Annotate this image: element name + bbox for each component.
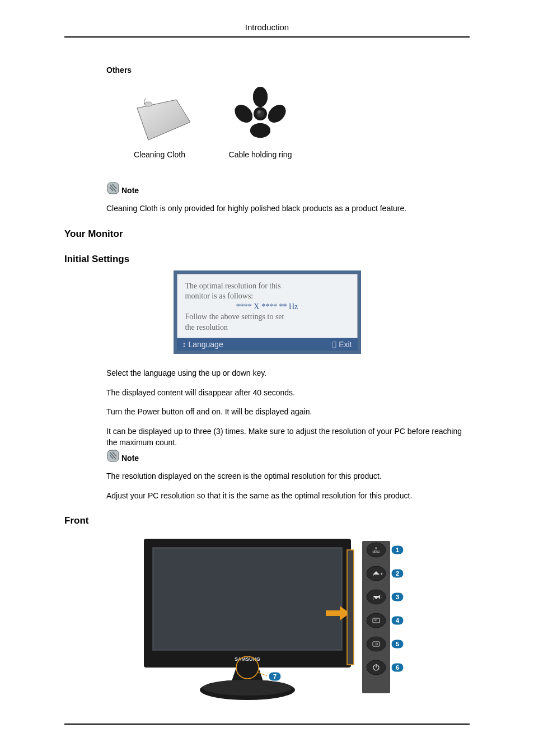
svg-text:6: 6 <box>396 664 399 671</box>
callout-7: 7 <box>269 672 281 681</box>
cleaning-cloth-item: Cleaning Cloth <box>126 94 193 159</box>
cable-ring-item: Cable holding ring <box>218 83 302 159</box>
panel-button-menu[interactable] <box>367 543 386 557</box>
osd-line-2: monitor is as follows: <box>185 291 349 302</box>
svg-point-15 <box>203 680 292 696</box>
note-2-p1: The resolution displayed on the screen i… <box>106 471 470 482</box>
osd-language-hint: ↕ Language <box>182 340 223 349</box>
settings-p1: Select the language using the up or down… <box>106 368 470 379</box>
callout-5: 5 <box>391 640 404 648</box>
note-1-text: Cleaning Cloth is only provided for high… <box>106 203 470 214</box>
svg-text:MENU: MENU <box>372 550 380 553</box>
svg-rect-18 <box>326 610 340 616</box>
note-icon <box>106 449 120 463</box>
front-heading: Front <box>64 515 470 526</box>
others-heading: Others <box>106 66 470 74</box>
osd-exit-hint: ⌷ Exit <box>332 340 352 349</box>
footer-separator <box>64 724 470 725</box>
note-2-p2: Adjust your PC resolution so that it is … <box>106 491 470 502</box>
callout-2: 2 <box>391 569 404 578</box>
cable-ring-icon <box>218 83 302 144</box>
initial-settings-heading: Initial Settings <box>64 254 470 265</box>
note-1: Note <box>106 181 470 195</box>
your-monitor-heading: Your Monitor <box>64 228 470 240</box>
note-label: Note <box>121 186 139 195</box>
callout-1: 1 <box>391 545 404 554</box>
svg-text:1: 1 <box>396 547 399 553</box>
svg-text:☰: ☰ <box>375 547 377 550</box>
page-header-title: Introduction <box>64 22 470 38</box>
settings-p2: The displayed content will disappear aft… <box>106 388 470 399</box>
callout-3: 3 <box>391 592 404 601</box>
osd-line-3: Follow the above settings to set <box>185 312 349 323</box>
osd-line-1: The optimal resolution for this <box>185 281 349 292</box>
svg-point-8 <box>231 101 256 126</box>
svg-text:☀: ☀ <box>380 572 383 576</box>
side-button-strip <box>347 550 354 665</box>
osd-screenshot: The optimal resolution for this monitor … <box>64 270 470 354</box>
svg-point-5 <box>253 87 268 107</box>
note-label: Note <box>121 454 139 463</box>
monitor-screen <box>152 547 343 651</box>
svg-text:4: 4 <box>396 617 400 624</box>
callout-6: 6 <box>391 663 404 672</box>
settings-p3: Turn the Power button off and on. It wil… <box>106 407 470 418</box>
cleaning-cloth-icon <box>126 94 193 144</box>
svg-point-0 <box>144 102 152 106</box>
settings-p4: It can be displayed up to three (3) time… <box>106 426 470 448</box>
svg-text:5: 5 <box>396 641 399 647</box>
panel-button-enter[interactable] <box>367 613 386 628</box>
front-diagram: SAMSUNG 7 ☰MENU1☀/2/3456 <box>64 533 470 701</box>
svg-point-6 <box>265 101 289 126</box>
callout-4: 4 <box>391 616 404 625</box>
svg-text:2: 2 <box>396 570 399 577</box>
svg-point-7 <box>250 123 270 138</box>
svg-text:3: 3 <box>396 594 399 600</box>
osd-line-4: the resolution <box>185 323 349 333</box>
svg-point-11 <box>257 110 261 114</box>
osd-resolution-hz: **** X **** ** Hz <box>185 302 349 311</box>
note-icon <box>106 181 120 195</box>
cleaning-cloth-caption: Cleaning Cloth <box>134 150 185 159</box>
cable-ring-caption: Cable holding ring <box>229 150 292 159</box>
svg-text:7: 7 <box>273 673 277 680</box>
others-items-row: Cleaning Cloth <box>126 83 470 159</box>
note-2: Note <box>106 449 470 463</box>
